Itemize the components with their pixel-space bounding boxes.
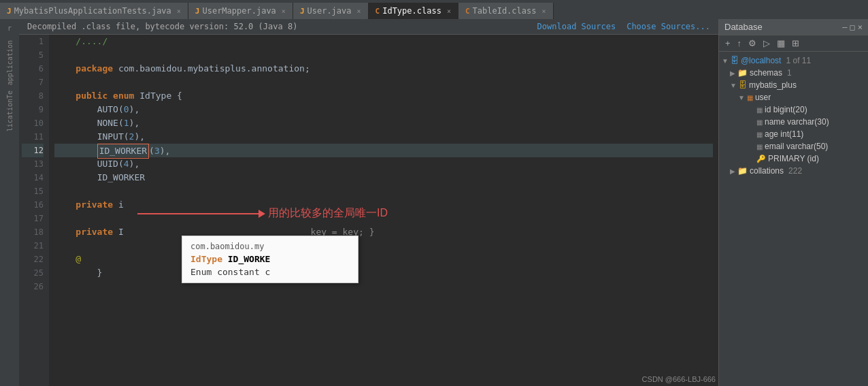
tab-usermapper[interactable]: J UserMapper.java × (188, 3, 293, 19)
col-age-label: age int(11) (765, 129, 803, 139)
settings-db-button[interactable]: ⚙ (746, 37, 758, 49)
collations-count: 222 (788, 166, 802, 176)
info-bar: Decompiled .class file, bytecode version… (19, 19, 718, 35)
tree-item-col-name[interactable]: ▦ name varchar(30) (719, 116, 868, 128)
minimize-icon[interactable]: — (842, 22, 847, 32)
tree-arrow-localhost: ▼ (722, 57, 729, 65)
left-nav-label-app: application (6, 40, 14, 85)
tab-tableid[interactable]: C TableId.class × (458, 3, 554, 19)
tree-item-mybatisplus[interactable]: ▼ 🗄 mybatis_plus (719, 79, 868, 91)
schemas-count: 1 (787, 68, 792, 78)
more-db-button[interactable]: ⊞ (790, 37, 801, 49)
mybatisplus-label: mybatis_plus (749, 80, 797, 90)
schema-icon: 📁 (737, 68, 748, 78)
code-line-11: INPUT(2), (54, 130, 713, 144)
code-line-26 (54, 280, 713, 293)
expand-icon[interactable]: □ (850, 22, 855, 32)
col-age-icon: ▦ (756, 131, 763, 138)
collations-label: collations (750, 166, 784, 176)
tooltip-line1: com.baomidou.my (190, 242, 350, 251)
col-id-label: id bigint(20) (765, 105, 807, 114)
decompile-info: Decompiled .class file, bytecode version… (27, 22, 297, 31)
download-sources-link[interactable]: Download Sources (537, 22, 616, 31)
localhost-count: 1 of 11 (786, 56, 811, 65)
main-area: r application licationTe Decompiled .cla… (0, 19, 868, 386)
code-line-21 (54, 239, 713, 253)
grid-db-button[interactable]: ▦ (775, 37, 787, 49)
tree-item-schemas[interactable]: ▶ 📁 schemas 1 (719, 67, 868, 79)
tree-item-col-id[interactable]: ▦ id bigint(20) (719, 103, 868, 116)
tree-item-primary[interactable]: 🔑 PRIMARY (id) (719, 152, 868, 165)
database-toolbar: + ↑ ⚙ ▷ ▦ ⊞ (719, 35, 868, 52)
code-line-16: private i (54, 198, 713, 212)
tree-item-col-age[interactable]: ▦ age int(11) (719, 128, 868, 140)
tree-arrow-user: ▼ (738, 94, 745, 101)
code-line-6: package com.baomidou.mybatisplus.annotat… (54, 62, 713, 76)
watermark: CSDN @666-LBJ-666 (642, 375, 716, 383)
col-email-label: email varchar(50) (765, 142, 828, 151)
tab-idtype[interactable]: C IdType.class × (369, 3, 458, 19)
tooltip-line3: Enum constant c (190, 267, 350, 277)
refresh-db-button[interactable]: ↑ (735, 37, 744, 49)
schemas-label: schemas (750, 68, 782, 78)
java-icon: J (195, 7, 200, 16)
close-icon-1[interactable]: × (282, 7, 286, 15)
choose-sources-link[interactable]: Choose Sources... (627, 22, 710, 31)
tab-bar: J MybatisPlusApplicationTests.java × J U… (0, 0, 868, 19)
database-panel-header: Database — □ × (719, 19, 868, 35)
class-icon: C (375, 7, 380, 16)
add-db-button[interactable]: + (723, 37, 733, 49)
code-line-13: UUID(4), (54, 157, 713, 171)
tree-item-collations[interactable]: ▶ 📁 collations 222 (719, 165, 868, 177)
code-line-8: public enum IdType { (54, 89, 713, 103)
tooltip-popup: com.baomidou.my IdType ID_WORKE Enum con… (182, 236, 358, 283)
code-line-1: /..../ (54, 35, 713, 48)
user-table-label: user (755, 93, 771, 102)
db-icon: 🗄 (731, 56, 739, 65)
code-line-15 (54, 184, 713, 198)
java-icon: J (300, 7, 305, 16)
database-panel: Database — □ × + ↑ ⚙ ▷ ▦ ⊞ ▼ 🗄 @localhos… (718, 19, 868, 386)
table-icon: ▦ (747, 94, 753, 101)
close-icon-0[interactable]: × (177, 7, 181, 15)
editor-panel: Decompiled .class file, bytecode version… (19, 19, 718, 386)
code-line-14: ID_WORKER (54, 171, 713, 184)
panel-header-icons: — □ × (842, 22, 863, 32)
close-icon-2[interactable]: × (357, 7, 361, 15)
left-nav: r application licationTe (0, 19, 19, 386)
code-content: /..../ package com.baomidou.mybatisplus.… (49, 35, 718, 386)
close-icon-4[interactable]: × (541, 7, 546, 15)
code-line-9: AUTO(0), (54, 103, 713, 116)
idworker-highlight: ID_WORKER (97, 144, 149, 159)
tree-item-col-email[interactable]: ▦ email varchar(50) (719, 140, 868, 152)
left-nav-label-r: r (7, 25, 12, 32)
tree-arrow-mybatisplus: ▼ (730, 82, 737, 89)
database-panel-title: Database (724, 22, 763, 32)
line-numbers: 1 5 6 7 8 9 10 11 12 13 14 15 16 17 18 2… (19, 35, 49, 386)
code-line-22: @ s.key; } (54, 253, 713, 266)
col-id-icon: ▦ (756, 106, 763, 114)
col-email-icon: ▦ (756, 143, 763, 150)
code-line-5 (54, 48, 713, 62)
code-line-18: private I key = key; } (54, 225, 713, 239)
database-tree: ▼ 🗄 @localhost 1 of 11 ▶ 📁 schemas 1 ▼ 🗄… (719, 52, 868, 386)
code-area: 1 5 6 7 8 9 10 11 12 13 14 15 16 17 18 2… (19, 35, 718, 386)
db-schema-icon: 🗄 (739, 80, 747, 90)
tree-arrow-schemas: ▶ (730, 69, 735, 77)
collations-icon: 📁 (737, 166, 748, 176)
tab-user[interactable]: J User.java × (293, 3, 369, 19)
code-line-12: ID_WORKER(3), (54, 144, 713, 157)
close-icon-3[interactable]: × (447, 7, 451, 15)
key-icon: 🔑 (756, 155, 766, 163)
run-db-button[interactable]: ▷ (761, 37, 772, 49)
tree-arrow-collations: ▶ (730, 167, 735, 175)
info-bar-links: Download Sources Choose Sources... (537, 22, 710, 31)
tree-item-user-table[interactable]: ▼ ▦ user (719, 91, 868, 103)
close-panel-icon[interactable]: × (858, 22, 863, 32)
code-line-10: NONE(1), (54, 116, 713, 130)
code-line-7 (54, 76, 713, 89)
java-icon: J (7, 7, 12, 16)
tree-item-localhost[interactable]: ▼ 🗄 @localhost 1 of 11 (719, 54, 868, 67)
tab-mybatisplus[interactable]: J MybatisPlusApplicationTests.java × (0, 3, 188, 19)
left-nav-label-lic: licationTe (6, 91, 14, 131)
